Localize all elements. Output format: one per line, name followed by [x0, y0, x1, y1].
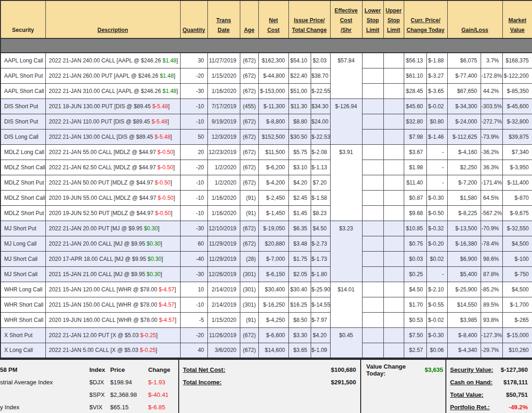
total-change-cell: $-1.09: [311, 343, 330, 358]
upper-stop-cell: [383, 144, 404, 160]
total-change-cell: $4.50: [311, 221, 330, 236]
lower-stop-cell: [362, 129, 383, 144]
gain-cell: $2,250: [447, 160, 481, 175]
col-header-age[interactable]: Age: [240, 0, 258, 38]
change-today-cell: -: [426, 160, 447, 175]
net-cost-cell: $-1,450: [258, 205, 288, 221]
col-header-net-cost[interactable]: NetCost: [258, 0, 288, 38]
col-header-issue-price[interactable]: Issue Price/Total Change: [288, 0, 330, 38]
market-value-cell: $-3,950: [502, 160, 532, 175]
change-today-cell: $-0.20: [426, 236, 447, 251]
market-value-cell: $-265: [502, 312, 532, 327]
gain-cell: $1,580: [447, 190, 481, 205]
age-cell: (28): [240, 251, 258, 266]
index-symbol: $VIX: [89, 404, 110, 411]
description-cell: 2022 21-JAN 5.00 CALL [X @ $5.03 $-0.25]: [45, 343, 180, 358]
curr-price-cell: $1.70: [404, 297, 426, 312]
col-header-quantity[interactable]: Quantity: [180, 0, 207, 38]
description-cell: 2022 21-JAN 130.00 CALL [DIS @ $89.45 $-…: [45, 129, 180, 144]
curr-price-cell: $1.98: [404, 160, 426, 175]
net-cost-cell: $152,500: [258, 129, 288, 144]
cash-on-hand-label[interactable]: Cash on Hand:: [450, 379, 493, 386]
underlying-change: $1.48: [163, 57, 176, 64]
net-cost-cell: $-19,050: [258, 221, 288, 236]
portfolio-return-label[interactable]: Portfolio Ret.:: [450, 404, 490, 411]
col-header-effective-cost[interactable]: EffectiveCost/Shr: [330, 0, 362, 38]
position-row: MDLZ Short Put2022 21-JAN 50.00 PUT [MDL…: [0, 175, 532, 190]
net-cost-cell: $14,600: [258, 343, 288, 358]
gain-cell: $-34,300: [447, 99, 481, 114]
issue-price-cell: $1.75: [288, 251, 311, 266]
total-net-cost-label[interactable]: Total Net Cost:: [183, 366, 225, 373]
trans-date-cell: 12/3/2019: [207, 129, 240, 144]
quantity-cell: -30: [180, 266, 207, 282]
lower-stop-cell: [362, 312, 383, 327]
change-today-cell: $-0.30: [426, 190, 447, 205]
market-value-cell: $-32,550: [502, 221, 532, 236]
market-value-cell: $39,875: [502, 129, 532, 144]
gain-pct-cell: -303.5%: [481, 99, 502, 114]
col-header-description[interactable]: Description: [45, 0, 180, 38]
upper-stop-cell: [383, 266, 404, 282]
lower-stop-cell: [362, 175, 383, 190]
security-cell: DIS Short Put: [0, 99, 45, 114]
total-change-cell: $4.20: [311, 327, 330, 343]
col-header-curr-price[interactable]: Curr. Price/Change Today: [404, 0, 447, 38]
lower-stop-cell: [362, 83, 383, 99]
col-header-gain-loss[interactable]: Gain/Loss: [447, 0, 502, 38]
issue-price-cell: $3.48: [288, 236, 311, 251]
issue-price-cell: $2.05: [288, 266, 311, 282]
gain-pct-cell: -85.2%: [481, 282, 502, 297]
lower-stop-cell: [362, 114, 383, 129]
age-cell: (672): [240, 144, 258, 160]
description-cell: 2021 15-JAN 120.00 CALL [WHR @ $78.00 $-…: [45, 282, 180, 297]
age-cell: (455): [240, 99, 258, 114]
underlying-change: $0.30: [144, 225, 158, 232]
col-header-trans-date[interactable]: TransDate: [207, 0, 240, 38]
gain-cell: $67,650: [447, 83, 481, 99]
col-header-upper-stop[interactable]: UpperStopLimit: [383, 0, 404, 38]
security-cell: MDLZ Short Call: [0, 190, 45, 205]
total-value: $50,751: [506, 391, 528, 398]
trans-date-cell: 11/26/2019: [207, 327, 240, 343]
change-today-cell: $-0.50: [426, 205, 447, 221]
security-value-label[interactable]: Security Value:: [450, 366, 493, 373]
curr-price-cell: $28.45: [404, 83, 426, 99]
age-cell: (672): [240, 175, 258, 190]
total-value-label[interactable]: Total Value:: [450, 391, 483, 398]
upper-stop-cell: [383, 251, 404, 266]
upper-stop-cell: [383, 297, 404, 312]
issue-price-cell: $51.00: [288, 83, 311, 99]
col-header-market-value[interactable]: MarketValue: [502, 0, 532, 38]
price-col-header: Price: [110, 366, 148, 373]
gain-cell: $-4,340: [447, 343, 481, 358]
underlying-change: $1.48: [160, 73, 174, 79]
gain-pct-cell: -172.8%: [481, 68, 502, 83]
total-change-cell: $34.30: [311, 99, 330, 114]
change-today-cell: $-3.27: [426, 68, 447, 83]
curr-price-cell: $32.80: [404, 114, 426, 129]
gain-cell: $-112,625: [447, 129, 481, 144]
position-row: X Long Call2022 21-JAN 5.00 CALL [X @ $5…: [0, 343, 532, 358]
security-cell: MJ Short Call: [0, 266, 45, 282]
upper-stop-cell: [383, 221, 404, 236]
issue-price-cell: $30.40: [288, 282, 311, 297]
quantity-cell: 60: [180, 236, 207, 251]
lower-stop-cell: [362, 282, 383, 297]
position-row: WHR Short Call2020 19-JUN 160.00 CALL [W…: [0, 312, 532, 327]
change-today-cell: -: [426, 266, 447, 282]
underlying-change: $-0.25: [140, 347, 156, 353]
index-row: y Index $VIX $65.15 $-6.85: [0, 401, 178, 413]
description-cell: 2022 21-JAN 20.00 CALL [MJ @ $9.95 $0.30…: [45, 236, 180, 251]
table-header: Security Description Quantity TransDate …: [0, 0, 532, 38]
upper-stop-cell: [383, 129, 404, 144]
total-change-cell: $-7.97: [311, 312, 330, 327]
col-header-lower-stop[interactable]: LowerStopLimit: [362, 0, 383, 38]
total-income-label[interactable]: Total Income:: [183, 379, 222, 386]
upper-stop-cell: [383, 205, 404, 221]
lower-stop-cell: [362, 53, 383, 68]
description-cell: 2022 21-JAN 110.00 PUT [DIS @ $89.45 $-5…: [45, 114, 180, 129]
security-cell: X Long Call: [0, 343, 45, 358]
trans-date-cell: 7/17/2019: [207, 99, 240, 114]
issue-price-cell: $6.35: [288, 221, 311, 236]
